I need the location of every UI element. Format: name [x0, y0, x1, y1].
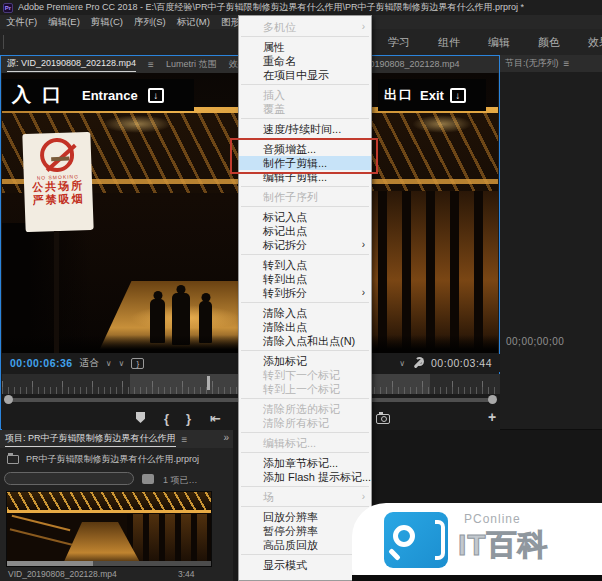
workspace-tab-color[interactable]: 颜色 [538, 35, 560, 50]
menu-separator [241, 118, 369, 119]
context-menu-item: 覆盖 [239, 102, 371, 116]
exit-arrow-icon: ↓ [450, 88, 466, 103]
source-inout-duration: 00:00:03:44 [431, 357, 492, 369]
watermark: PConline IT百科 [352, 503, 602, 575]
add-marker-icon[interactable] [136, 412, 145, 423]
context-menu-item[interactable]: 标记出点 [239, 224, 371, 238]
workspace-tab-editing[interactable]: 编辑 [488, 35, 510, 50]
chevron-down-icon[interactable]: ∨ [119, 359, 125, 368]
search-input[interactable] [4, 472, 134, 485]
exit-sign: 出口 Exit ↓ [378, 79, 486, 111]
project-root-row[interactable]: PR中子剪辑限制修剪边界有什么作用.prproj [0, 452, 233, 467]
menu-separator [241, 302, 369, 303]
context-menu-item[interactable]: 转到拆分› [239, 286, 371, 300]
menu-markers[interactable]: 标记(M) [177, 16, 210, 29]
context-menu-item[interactable]: 回放分辨率› [239, 510, 371, 524]
chevron-down-icon[interactable]: ∨ [106, 359, 112, 368]
menu-item-label: 清除入点和出点(N) [263, 335, 355, 347]
menu-item-label: 制作子序列 [263, 191, 318, 203]
context-menu-item[interactable]: 清除入点 [239, 306, 371, 320]
context-menu-item: 转到上一个标记 [239, 382, 371, 396]
context-menu-item[interactable]: 重命名 [239, 54, 371, 68]
context-menu-item[interactable]: 添加章节标记... [239, 456, 371, 470]
zoom-handle-left[interactable] [4, 395, 13, 404]
workspace-tab-assembly[interactable]: 组件 [438, 35, 460, 50]
context-menu-item: 多机位› [239, 20, 371, 34]
watermark-bottom-strip [352, 575, 602, 581]
program-tab-row: 节目:(无序列) ≡ [500, 55, 602, 72]
tab-program[interactable]: 节目:(无序列) [505, 57, 559, 70]
panel-menu-icon[interactable]: ≡ [182, 434, 188, 445]
menu-sequence[interactable]: 序列(S) [134, 16, 166, 29]
project-file-name: PR中子剪辑限制修剪边界有什么作用.prproj [26, 453, 199, 466]
menu-clip[interactable]: 剪辑(C) [91, 16, 123, 29]
zoom-level-select[interactable]: 适合 [80, 357, 99, 370]
button-editor-icon[interactable]: + [488, 409, 496, 425]
source-playhead[interactable] [207, 376, 210, 390]
context-menu-item[interactable]: 清除入点和出点(N) [239, 334, 371, 348]
menu-item-label: 转到下一个标记 [263, 369, 340, 381]
tab-lumetri-scopes[interactable]: Lumetri 范围 [166, 58, 217, 71]
context-menu-item[interactable]: 转到入点 [239, 258, 371, 272]
submenu-arrow-icon: › [362, 238, 365, 252]
submenu-arrow-icon: › [362, 490, 365, 504]
workspace-tab-effects[interactable]: 效果 [588, 35, 602, 50]
menu-item-label: 高品质回放 [263, 539, 318, 551]
project-search-row: 1 项已… [0, 471, 233, 486]
mark-in-icon[interactable]: { [164, 411, 169, 426]
menu-separator [241, 506, 369, 507]
source-position-timecode[interactable]: 00:00:06:36 [10, 357, 73, 369]
thumbnail-truss [7, 492, 211, 510]
menu-item-label: 插入 [263, 89, 285, 101]
menu-separator [241, 398, 369, 399]
title-bar: Pr Adobe Premiere Pro CC 2018 - E:\百度经验\… [0, 0, 602, 15]
context-menu-item[interactable]: 属性 [239, 40, 371, 54]
menu-item-label: 转到上一个标记 [263, 383, 340, 395]
context-menu-item[interactable]: 清除出点 [239, 320, 371, 334]
monitor-settings-icon[interactable]: } [131, 358, 144, 369]
context-menu-item[interactable]: 添加 Flash 提示标记... [239, 470, 371, 484]
export-frame-icon[interactable] [376, 414, 390, 424]
menu-separator [241, 36, 369, 37]
menu-item-label: 回放分辨率 [263, 511, 318, 523]
menu-item-label: 清除所有标记 [263, 417, 329, 429]
menu-item-label: 清除所选的标记 [263, 403, 340, 415]
program-monitor-panel: 节目:(无序列) ≡ 00;00;00;00 [500, 55, 602, 430]
entrance-sign-en: Entrance [82, 88, 138, 103]
mark-out-icon[interactable]: } [186, 411, 191, 426]
context-menu-item[interactable]: 添加标记 [239, 354, 371, 368]
context-menu-item[interactable]: 标记拆分› [239, 238, 371, 252]
menu-item-label: 转到出点 [263, 273, 307, 285]
context-menu-item[interactable]: 速度/持续时间... [239, 122, 371, 136]
zoom-handle-right[interactable] [488, 395, 497, 404]
panel-overflow-icon[interactable]: » [223, 432, 229, 443]
thumbnail-scrubber[interactable] [7, 561, 211, 566]
window-title: Adobe Premiere Pro CC 2018 - E:\百度经验\PR中… [18, 1, 524, 14]
workspace-tab-learning[interactable]: 学习 [388, 35, 410, 50]
context-menu-item[interactable]: 标记入点 [239, 210, 371, 224]
clip-name[interactable]: VID_20190808_202128.mp4 [8, 569, 117, 579]
selection-status: 1 项已… [163, 474, 198, 487]
menu-item-label: 暂停分辨率 [263, 525, 318, 537]
project-writable-icon[interactable] [142, 474, 154, 484]
premiere-app-icon: Pr [3, 3, 13, 13]
goto-in-icon[interactable]: ⇤ [210, 411, 221, 426]
tab-project[interactable]: 项目: PR中子剪辑限制修剪边界有什么作用 [5, 432, 176, 447]
no-smoking-sign: NO SMOKING 公共场所 严禁吸烟 [22, 132, 93, 232]
menu-item-label: 添加章节标记... [263, 457, 338, 469]
chevron-down-icon[interactable]: ∨ [399, 359, 405, 368]
context-menu-item[interactable]: 转到出点 [239, 272, 371, 286]
clip-thumbnail[interactable] [7, 492, 211, 566]
submenu-arrow-icon: › [362, 286, 365, 300]
menu-item-label: 场 [263, 491, 274, 503]
panel-menu-icon[interactable]: ≡ [564, 58, 570, 69]
menu-edit[interactable]: 编辑(E) [48, 16, 80, 29]
exit-sign-cn: 出口 [384, 86, 414, 104]
panel-menu-icon[interactable]: ≡ [148, 59, 154, 70]
settings-wrench-icon[interactable] [412, 357, 424, 369]
menu-file[interactable]: 文件(F) [6, 16, 37, 29]
context-menu-item: 场› [239, 490, 371, 504]
menu-item-label: 清除出点 [263, 321, 307, 333]
context-menu-item[interactable]: 在项目中显示 [239, 68, 371, 82]
tab-source-clip[interactable]: 源: VID_20190808_202128.mp4 [7, 57, 136, 72]
